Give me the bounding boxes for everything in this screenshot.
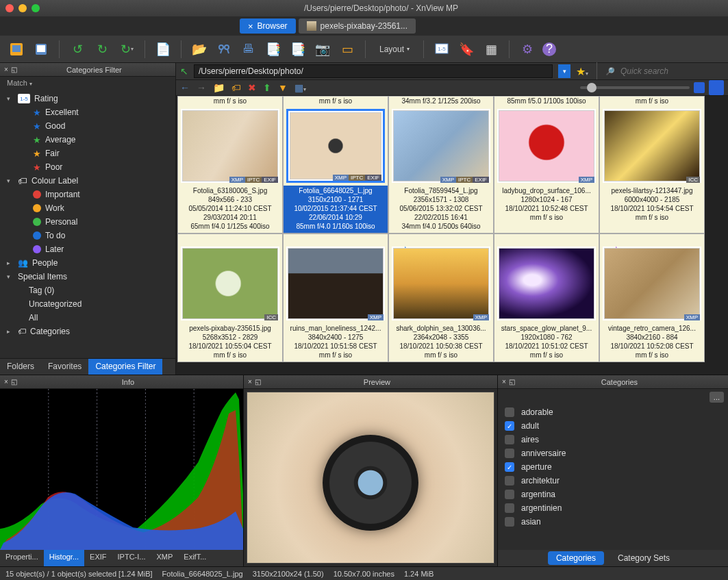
tag-icon[interactable]: 🏷 [231,82,241,93]
rotate-left-icon[interactable]: ↺ [68,40,87,59]
tab-categories-filter[interactable]: Categories Filter [88,359,162,375]
colour-work[interactable]: Work [0,201,175,215]
tree-categories[interactable]: ▸🏷Categories [0,325,175,338]
import-icon[interactable]: ⬆ [263,82,271,93]
category-checkbox[interactable] [505,503,514,513]
up-folder-icon[interactable]: ↖ [180,66,188,77]
quick-search-input[interactable] [620,66,724,76]
tree-rating[interactable]: ▾1-5Rating [0,92,175,105]
match-menu[interactable]: Match ▾ [0,77,175,90]
special-item[interactable]: All [0,311,175,325]
refresh-icon[interactable]: ↻▾ [117,40,136,59]
category-item[interactable]: ✓adult [498,419,728,433]
close-panel-icon[interactable]: × [502,378,506,386]
undock-panel-icon[interactable]: ◱ [11,66,17,73]
help-icon[interactable]: ? [542,42,556,56]
filter-icon[interactable]: ▼ [278,82,288,93]
category-checkbox[interactable]: ✓ [505,462,514,472]
thumb-size-large-icon[interactable] [709,80,724,95]
thumbnail-cell[interactable]: 85mm f/5.0 1/100s 100iso ⚑ XMP ladybug_d… [494,96,599,234]
thumbnail-cell[interactable]: XMP ruins_man_loneliness_1242...3840x240… [283,234,388,362]
fullscreen-icon[interactable] [7,40,26,59]
thumbnail-cell[interactable]: 34mm f/3.2 1/125s 200iso ⚑ XMPIPTCEXIF F… [388,96,494,234]
export-icon[interactable]: 📂 [190,40,209,59]
tree-special[interactable]: ▾Special Items [0,270,175,283]
favorite-star-icon[interactable]: ★▾ [576,65,588,78]
thumbnail-image[interactable]: ⚑ XMPIPTCEXIF [181,109,279,183]
folder-icon[interactable]: 📁 [213,82,225,93]
tab-browser[interactable]: × Browser [240,18,296,34]
info-tab[interactable]: Properti... [0,550,44,566]
thumbnail-image[interactable]: ICC [603,109,701,183]
thumbnail-image[interactable]: ⚑ XMPIPTCEXIF [392,109,490,183]
grid-icon[interactable]: ▦ [481,40,501,59]
rating-excellent[interactable]: ★Excellent [0,105,175,119]
thumbnail-cell[interactable]: mm f/ s iso ICC pexels-lilartsy-1213447.… [599,96,705,234]
minimize-window-button[interactable] [18,4,27,12]
thumbnail-cell[interactable]: stars_space_glow_planet_9...1920x1080 - … [494,234,599,362]
category-checkbox[interactable] [505,435,514,444]
close-panel-icon[interactable]: × [4,378,8,386]
thumbnail-size-slider[interactable] [580,86,690,89]
category-item[interactable]: anniversaire [498,446,728,460]
category-item[interactable]: aires [498,433,728,446]
colour-to do[interactable]: To do [0,229,175,242]
info-tab[interactable]: EXIF [84,550,112,566]
tab-folders[interactable]: Folders [0,359,41,375]
thumbnail-image[interactable]: XMP [286,247,385,320]
undock-panel-icon[interactable]: ◱ [11,378,17,386]
info-tab[interactable]: Histogr... [44,550,84,566]
tab-categories[interactable]: Categories [548,551,604,565]
document-icon[interactable]: 📄 [153,40,173,59]
info-tab[interactable]: XMP [151,550,179,566]
path-input[interactable]: /Users/pierre/Desktop/photo/ [194,64,553,78]
tab-category-sets[interactable]: Category Sets [610,551,678,565]
close-window-button[interactable] [5,4,14,12]
thumbnail-image[interactable]: ★ XMP [603,247,701,320]
thumbnail-image[interactable]: ⚑ XMP [497,109,596,183]
undock-panel-icon[interactable]: ◱ [509,378,515,386]
category-item[interactable]: adorable [498,405,728,419]
category-item[interactable]: architektur [498,474,728,488]
tree-people[interactable]: ▸👥People [0,256,175,270]
special-item[interactable]: Tag (0) [0,283,175,297]
thumbnail-cell[interactable]: mm f/ s iso ⚑ XMPIPTCEXIF Fotolia_631800… [177,96,283,234]
colour-later[interactable]: Later [0,242,175,256]
colour-important[interactable]: Important [0,188,175,201]
viewmode-icon[interactable]: ▦▾ [294,82,306,93]
tab-favorites[interactable]: Favorites [41,359,88,375]
category-checkbox[interactable] [505,449,514,458]
view-icon[interactable] [32,40,51,59]
category-item[interactable]: argentinien [498,501,728,515]
category-item[interactable]: asian [498,515,728,529]
delete-icon[interactable]: ✖ [248,82,256,93]
thumbnail-image[interactable]: ⚑ XMPIPTCEXIF [286,109,385,183]
batch-icon[interactable]: 📑 [264,40,283,59]
bookmark-icon[interactable]: 🔖 [457,40,476,59]
find-icon[interactable] [214,40,234,59]
category-checkbox[interactable]: ✓ [505,421,514,431]
category-checkbox[interactable] [505,407,514,417]
categories-menu-icon[interactable]: ... [710,392,724,403]
path-history-icon[interactable]: ▾ [558,64,570,78]
info-tab[interactable]: IPTC-I... [112,550,151,566]
info-tab[interactable]: ExifT... [178,550,212,566]
rating-poor[interactable]: ★Poor [0,160,175,174]
forward-icon[interactable]: → [197,82,206,93]
colour-personal[interactable]: Personal [0,215,175,229]
tree-colour-label[interactable]: ▾🏷Colour Label [0,174,175,188]
rotate-right-icon[interactable]: ↻ [92,40,112,59]
thumbnail-image[interactable] [497,247,596,320]
thumbnail-cell[interactable]: mm f/ s iso ⚑ XMPIPTCEXIF Fotolia_666480… [283,96,388,234]
category-checkbox[interactable] [505,476,514,486]
category-item[interactable]: ✓aperture [498,460,728,474]
camera-icon[interactable]: 📷 [313,40,332,59]
undock-panel-icon[interactable]: ◱ [255,378,261,386]
slideshow-icon[interactable]: ▭ [338,40,357,59]
thumbnail-image[interactable]: ★ XMP [392,247,490,320]
tab-image[interactable]: pexels-pixabay-23561... [299,18,416,34]
special-item[interactable]: Uncategorized [0,297,175,311]
convert-icon[interactable]: 📑 [288,40,307,59]
sort-icon[interactable]: 1-5 [432,40,451,59]
rating-average[interactable]: ★Average [0,133,175,147]
